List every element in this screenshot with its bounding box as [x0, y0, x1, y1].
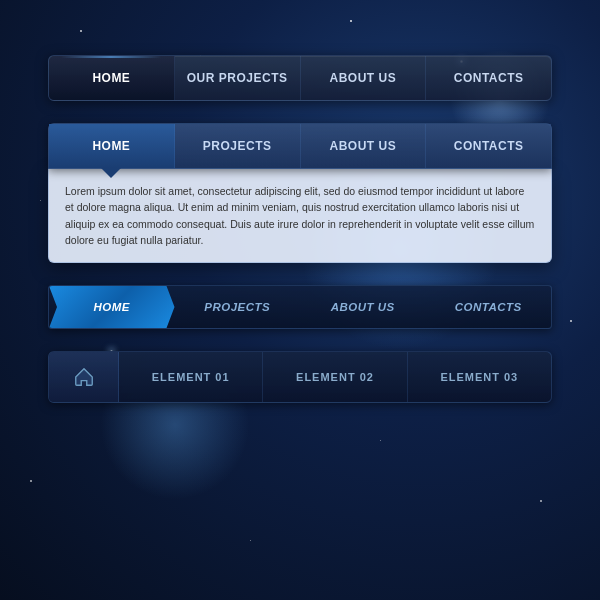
- nav3-item-about[interactable]: ABOUT US: [300, 286, 426, 328]
- nav3-item-projects[interactable]: PROJECTS: [175, 286, 301, 328]
- navbar-3: HOME PROJECTS ABOUT US CONTACTS: [48, 285, 552, 329]
- nav2-item-home[interactable]: HOME: [49, 124, 175, 168]
- nav3-item-home[interactable]: HOME: [49, 286, 175, 328]
- navbar-2-wrapper: HOME PROJECTS ABOUT US CONTACTS Lorem ip…: [48, 123, 552, 263]
- nav2-item-projects[interactable]: PROJECTS: [175, 124, 301, 168]
- navbar-4: ELEMENT 01 ELEMENT 02 ELEMENT 03: [48, 351, 552, 403]
- home-icon: [73, 366, 95, 388]
- nav1-item-contacts[interactable]: CONTACTS: [426, 56, 551, 100]
- nav4-home-icon-button[interactable]: [49, 352, 119, 402]
- nav1-item-about[interactable]: ABOUT US: [301, 56, 427, 100]
- navbar-3-track: HOME PROJECTS ABOUT US CONTACTS: [48, 285, 552, 329]
- main-content: HOME OUR PROJECTS ABOUT US CONTACTS HOME…: [0, 0, 600, 403]
- nav4-item-el1[interactable]: ELEMENT 01: [119, 352, 262, 402]
- nav4-item-el3[interactable]: ELEMENT 03: [407, 352, 551, 402]
- nav1-item-home[interactable]: HOME: [49, 56, 175, 100]
- dropdown-text: Lorem ipsum dolor sit amet, consectetur …: [65, 183, 535, 248]
- navbar-2: HOME PROJECTS ABOUT US CONTACTS: [48, 123, 552, 169]
- nav2-item-contacts[interactable]: CONTACTS: [426, 124, 551, 168]
- nav2-dropdown-panel: Lorem ipsum dolor sit amet, consectetur …: [48, 169, 552, 263]
- nav4-item-el2[interactable]: ELEMENT 02: [262, 352, 406, 402]
- navbar-1: HOME OUR PROJECTS ABOUT US CONTACTS: [48, 55, 552, 101]
- nav2-item-about[interactable]: ABOUT US: [301, 124, 427, 168]
- nav4-items-container: ELEMENT 01 ELEMENT 02 ELEMENT 03: [119, 352, 551, 402]
- nav1-item-projects[interactable]: OUR PROJECTS: [175, 56, 301, 100]
- nav3-item-contacts[interactable]: CONTACTS: [426, 286, 552, 328]
